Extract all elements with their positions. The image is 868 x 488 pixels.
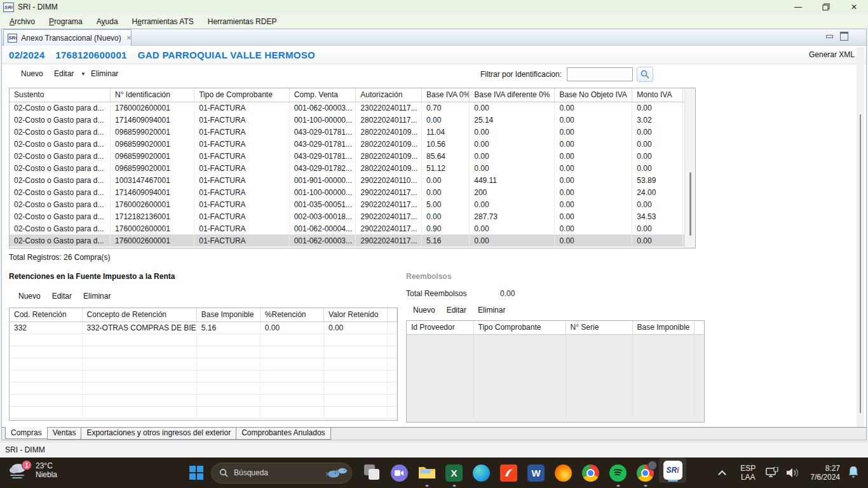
column-header[interactable]: Base No Objeto IVA [555,88,632,102]
column-header[interactable]: Cod. Retención [10,308,82,322]
edge-icon[interactable] [468,458,495,488]
foxit-pdf-icon[interactable] [495,458,522,488]
reembolsos-nuevo-button[interactable]: Nuevo [413,306,435,315]
reembolsos-table-container: Id ProveedorTipo ComprobanteN° SerieBase… [406,320,705,423]
tab-ventas[interactable]: Ventas [47,428,82,440]
volume-icon[interactable] [786,468,799,478]
spotify-icon[interactable] [604,458,632,488]
tab-label: Anexo Transaccional (Nuevo) [21,34,121,43]
sri-tab-icon: SRi [8,34,17,43]
empty-row [407,370,704,383]
column-header[interactable] [387,308,397,322]
purchases-table-scrollbar[interactable] [684,88,695,248]
filter-search-button[interactable] [637,67,653,82]
table-row[interactable]: 02-Costo o Gasto para d...10031474670010… [10,174,695,186]
retenciones-title: Retenciones en la Fuente Impuesto a la R… [9,272,175,281]
tab-close-icon[interactable]: ✕ [126,34,132,41]
scrollbar-thumb[interactable] [860,114,861,413]
column-header[interactable]: %Retención [260,308,323,322]
scrollbar-thumb[interactable] [689,172,691,236]
table-row[interactable]: 02-Costo o Gasto para d...17600026000010… [10,222,695,234]
menu-herramientas-rdep[interactable]: Herramientas RDEP [201,15,284,28]
tab-comprobantes-anulados[interactable]: Comprobantes Anulados [236,428,330,440]
weather-widget[interactable]: 1 23°C Niebla [8,459,57,481]
view-minimize-icon[interactable] [825,32,834,39]
table-row[interactable]: 02-Costo o Gasto para d...09685990200010… [10,150,695,162]
menu-bar: Archivo Programa Ayuda Herramientas ATS … [0,14,868,29]
column-header[interactable]: Monto IVA [632,88,682,102]
reembolsos-editar-button[interactable]: Editar [447,306,466,315]
chrome-profile-icon[interactable] [632,458,659,488]
retenciones-eliminar-button[interactable]: Eliminar [83,292,111,301]
table-row[interactable]: 02-Costo o Gasto para d...17600026000010… [10,198,695,210]
language-indicator[interactable]: ESP LAA [740,464,756,482]
column-header[interactable]: Base Imponible [632,321,694,334]
column-header[interactable]: Concepto de Retención [82,308,196,322]
panel-scrollbar[interactable] [857,47,864,438]
filter-input[interactable] [567,67,633,81]
ruc-label: 1768120600001 [55,50,126,60]
column-header[interactable]: Valor Retenido [323,308,387,322]
column-header[interactable]: Sustento [10,88,111,102]
status-text: SRI - DIMM [5,445,45,454]
table-row[interactable]: 02-Costo o Gasto para d...09685990200010… [10,138,695,150]
tab-compras[interactable]: Compras [5,427,48,439]
column-header[interactable]: Tipo de Comprobante [194,88,289,102]
column-header[interactable]: Autorización [356,88,422,102]
table-row[interactable]: 02-Costo o Gasto para d...17121821360010… [10,210,695,222]
running-indicator [452,485,456,487]
column-header[interactable]: Base IVA diferente 0% [470,88,555,102]
nuevo-button[interactable]: Nuevo [21,69,43,78]
firefox-icon[interactable] [550,458,577,488]
sri-dimm-icon[interactable]: SRi [659,458,686,483]
search-box[interactable]: Búsqueda [211,463,352,484]
meet-icon[interactable] [386,458,413,488]
retenciones-toolbar: Nuevo Editar Eliminar [18,292,111,301]
eliminar-button[interactable]: Eliminar [91,69,118,78]
start-button[interactable] [186,462,207,484]
table-row[interactable]: 02-Costo o Gasto para d...09685990200010… [10,162,695,174]
word-icon[interactable]: W [522,458,550,488]
tab-anexo-transaccional[interactable]: SRi Anexo Transaccional (Nuevo) ✕ [3,29,132,46]
tab-exportaciones[interactable]: Exportaciones y otros ingresos del exter… [81,428,236,440]
restore-button[interactable] [812,0,840,14]
excel-icon[interactable]: X [440,458,468,488]
column-header[interactable]: Base Imponible [196,308,260,322]
close-button[interactable]: ✕ [840,0,868,14]
chrome-icon[interactable] [577,458,604,488]
empty-row [407,358,704,370]
retenciones-editar-button[interactable]: Editar [52,292,72,301]
column-header[interactable]: Id Proveedor [407,321,473,334]
minimize-button[interactable]: — [784,0,812,14]
clock[interactable]: 8:27 7/6/2024 [810,464,840,482]
filter-label: Filtrar por Identificacion: [480,70,562,79]
notification-bell-icon[interactable] [848,466,859,480]
table-row[interactable]: 332332-OTRAS COMPRAS DE BIE...5.160.000.… [10,322,397,334]
column-header[interactable]: N° Identificación [111,88,194,102]
running-indicator [644,485,647,487]
network-icon[interactable] [766,467,780,478]
table-row[interactable]: 02-Costo o Gasto para d...17146090940010… [10,114,695,126]
table-row[interactable]: 02-Costo o Gasto para d...09685990200010… [10,126,695,138]
menu-herramientas-ats[interactable]: Herramientas ATS [125,15,201,28]
table-row[interactable]: 02-Costo o Gasto para d...17600026000010… [10,234,695,247]
column-header[interactable]: Base IVA 0% [421,88,469,102]
column-header[interactable]: Tipo Comprobante [473,321,566,334]
editar-dropdown-icon[interactable]: ▼ [81,71,86,77]
view-maximize-icon[interactable] [840,32,848,39]
retenciones-nuevo-button[interactable]: Nuevo [18,292,41,301]
column-header[interactable] [694,321,704,334]
column-header[interactable]: N° Serie [566,321,632,334]
menu-archivo[interactable]: Archivo [3,15,42,28]
table-row[interactable]: 02-Costo o Gasto para d...17600026000010… [10,102,695,114]
menu-programa[interactable]: Programa [42,15,90,28]
table-row[interactable]: 02-Costo o Gasto para d...17146090940010… [10,186,695,198]
editar-button[interactable]: Editar [54,69,74,78]
task-view-icon[interactable] [358,458,386,488]
menu-ayuda[interactable]: Ayuda [90,15,125,28]
column-header[interactable]: Comp. Venta [289,88,356,102]
reembolsos-eliminar-button[interactable]: Eliminar [478,306,505,315]
tray-expand-icon[interactable] [718,470,726,478]
file-explorer-icon[interactable] [413,458,440,488]
generar-xml-button[interactable]: Generar XML [809,50,855,59]
